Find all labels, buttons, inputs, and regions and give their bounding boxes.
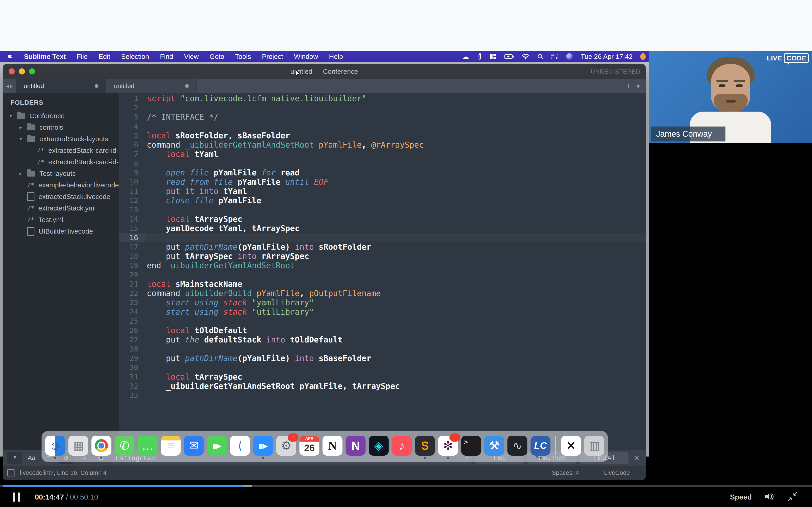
tree-item-extractedstack-yml[interactable]: /*extractedStack.yml [3,202,119,214]
find-toggle-case-sensitive[interactable]: Aa [24,452,39,464]
menu-item-goto[interactable]: Goto [204,53,230,60]
line-number[interactable]: 9 [119,168,145,177]
tree-expand-icon[interactable]: ▾ [19,136,27,142]
tab-overflow-icon[interactable]: ▾ [637,82,640,90]
code-line[interactable]: 18 put tArraySpec into rArraySpec [119,252,646,261]
menu-item-window[interactable]: Window [289,53,323,60]
line-number[interactable]: 13 [119,205,145,215]
menu-item-tools[interactable]: Tools [230,53,256,60]
dock-icon-calendar[interactable]: APR26 [300,436,319,456]
paperclip-icon[interactable] [477,53,482,60]
dock-icon-music[interactable]: ♪ [392,436,412,456]
code-line[interactable]: 19end _uibuilderGetYamlAndSetRoot [119,261,646,270]
tree-item-controls[interactable]: ▸controls [3,121,119,133]
line-number[interactable]: 31 [119,372,145,382]
indentation-setting[interactable]: Spaces: 4 [552,469,579,476]
line-number[interactable]: 29 [119,354,145,363]
volume-icon[interactable] [764,492,775,502]
line-number[interactable]: 30 [119,363,145,372]
line-number[interactable]: 6 [119,140,145,150]
siri-icon[interactable] [566,53,573,60]
code-line[interactable]: 6command _uibuilderGetYamlAndSetRoot pYa… [119,140,646,150]
code-line[interactable]: 27 put the defaultStack into tOldDefault [119,335,646,344]
dock-icon-notes[interactable]: ≡ [161,436,181,456]
tab-1[interactable]: untitled [106,79,197,93]
tree-item-extractedstack-livecode[interactable]: extractedStack.livecode [3,191,119,202]
tree-item-conference[interactable]: ▾Conference [3,110,119,121]
code-line[interactable]: 31 local tArraySpec [119,372,646,382]
code-line[interactable]: 2 [119,103,646,112]
menu-bar-clock[interactable]: Tue 26 Apr 17:42 [581,53,632,60]
dock-icon-xcode[interactable]: ⚒ [485,436,504,456]
spotlight-search-icon[interactable] [537,53,544,60]
pause-button[interactable] [13,493,20,502]
tab-history-back-icon[interactable]: ◂ [6,83,9,89]
code-line[interactable]: 14 local tArraySpec [119,215,646,224]
line-number[interactable]: 17 [119,242,145,252]
speed-button[interactable]: Speed [730,493,752,501]
cloud-icon[interactable]: ☁ [461,52,469,61]
code-line[interactable]: 12 close file pYamlFile [119,196,646,205]
new-tab-icon[interactable]: + [626,82,630,90]
vintage-mode-icon[interactable] [7,469,14,476]
code-line[interactable]: 32 _uibuilderGetYamlAndSetRoot pYamlFile… [119,382,646,391]
code-line[interactable]: 30 [119,363,646,372]
code-line[interactable]: 7 local tYaml [119,150,646,159]
tree-item-uibuilder-livecode[interactable]: UIBuilder.livecode [3,225,119,237]
tree-item-example-behavior-livecodesc[interactable]: /*example-behavior.livecodesc [3,179,119,191]
dock-icon-mail[interactable]: ✉ [184,436,204,456]
dock-icon-messages[interactable]: … [138,436,158,456]
line-number[interactable]: 22 [119,289,145,298]
dock-icon-zoom[interactable]: ▮▶ [253,436,273,456]
line-number[interactable]: 19 [119,261,145,270]
syntax-setting[interactable]: LiveCode [604,469,630,476]
progress-handle[interactable] [243,485,252,487]
apple-menu-icon[interactable] [7,53,13,60]
code-line[interactable]: 16 [119,233,646,242]
find-toggle-regex[interactable]: .* [7,452,22,464]
tree-expand-icon[interactable]: ▸ [19,124,27,130]
line-number[interactable]: 33 [119,391,145,400]
code-line[interactable]: 17 put pathDirName(pYamlFile) into sRoot… [119,242,646,252]
code-line[interactable]: 29 put pathDirName(pYamlFile) into sBase… [119,354,646,363]
dock-icon-whatsapp[interactable]: ✆ [115,436,135,456]
dock-icon-trash[interactable]: ▥ [584,436,604,456]
dock-icon-livecode[interactable]: LC [530,436,551,456]
tree-item-extractedstack-layouts[interactable]: ▾extractedStack-layouts [3,133,119,145]
line-number[interactable]: 16 [119,233,145,242]
line-number[interactable]: 18 [119,252,145,261]
dock-icon-facetime[interactable]: ▮▶ [207,436,227,456]
line-number[interactable]: 5 [119,131,145,140]
dock-icon-darkapp[interactable]: ◈ [369,436,389,456]
code-line[interactable]: 28 [119,344,646,354]
window-tiles-icon[interactable] [490,53,496,60]
line-number[interactable]: 1 [119,94,145,103]
line-number[interactable]: 23 [119,298,145,307]
code-line[interactable]: 11 put it into tYaml [119,187,646,196]
line-number[interactable]: 26 [119,326,145,335]
dock-icon-sublime[interactable]: S [415,436,435,456]
code-line[interactable]: 1script "com.livecode.lcfm-native.libuib… [119,94,646,103]
tree-expand-icon[interactable]: ▸ [19,171,27,176]
code-line[interactable]: 9 open file pYamlFile for read [119,168,646,177]
battery-icon[interactable] [504,54,514,60]
close-find-bar-icon[interactable]: ✕ [632,454,642,462]
code-line[interactable]: 25 [119,317,646,326]
menu-item-find[interactable]: Find [155,53,179,60]
dock-icon-finder[interactable]: ☺ [45,436,65,456]
line-number[interactable]: 15 [119,224,145,233]
video-progress-bar[interactable] [0,485,812,487]
wifi-icon[interactable] [522,54,529,60]
line-number[interactable]: 21 [119,280,145,289]
dock-icon-notion[interactable]: N [323,436,343,456]
code-line[interactable]: 4 [119,122,646,131]
line-number[interactable]: 2 [119,103,145,112]
window-title-bar[interactable]: untitled — Conference UNREGISTERED [3,64,646,79]
dock-icon-monitor[interactable]: ∿ [507,436,527,456]
line-number[interactable]: 20 [119,270,145,280]
line-number[interactable]: 10 [119,177,145,187]
menu-item-sublime-text[interactable]: Sublime Text [18,53,71,60]
tree-item-extractedstack-card-id-1-c[interactable]: /*extractedStack-card-id-1-C [3,156,119,168]
code-line[interactable]: 10 read from file pYamlFile until EOF [119,177,646,187]
menu-item-file[interactable]: File [71,53,93,60]
